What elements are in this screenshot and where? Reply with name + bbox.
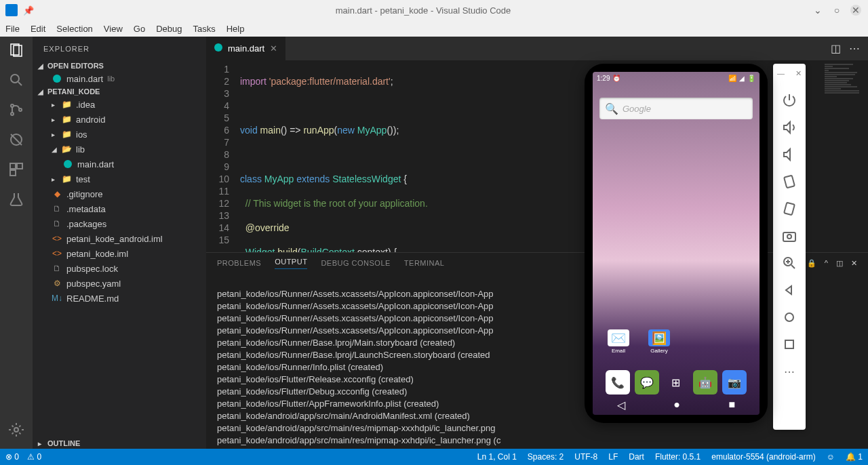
tree-file[interactable]: 🗋pubspec.lock: [33, 261, 206, 276]
tree-file[interactable]: ◆.gitignore: [33, 186, 206, 201]
phone-screen[interactable]: 1:29 ⏰ 📶 ◢ 🔋 🔍 Google ✉️Email 🖼️Gallery …: [593, 72, 760, 415]
svg-line-3: [18, 82, 22, 85]
phone-navbar: ◁ ● ■: [593, 397, 760, 412]
nav-back[interactable]: ◁: [617, 399, 625, 411]
menu-tasks[interactable]: Tasks: [193, 24, 215, 34]
dock-messages[interactable]: 💬: [635, 370, 659, 395]
phone-time: 1:29: [597, 75, 610, 82]
status-encoding[interactable]: UTF-8: [574, 452, 597, 462]
tree-folder[interactable]: ▸📁test: [33, 171, 206, 186]
menu-edit[interactable]: Edit: [31, 24, 45, 34]
status-notifications[interactable]: 🔔 1: [846, 452, 863, 462]
tree-file[interactable]: <>petani_kode_android.iml: [33, 231, 206, 246]
emu-rotate-left-icon[interactable]: [781, 174, 797, 190]
tree-folder[interactable]: ▸📁.idea: [33, 97, 206, 112]
search-icon[interactable]: [8, 72, 24, 88]
app-icon: [5, 4, 18, 16]
dock-camera[interactable]: 📷: [722, 370, 747, 395]
menu-view[interactable]: View: [104, 24, 123, 34]
open-editor-item[interactable]: main.dart lib: [33, 71, 206, 86]
window-minimize-button[interactable]: ⌄: [812, 5, 823, 16]
tree-file[interactable]: ⚙pubspec.yaml: [33, 276, 206, 291]
emu-home-icon[interactable]: [781, 309, 797, 325]
status-device[interactable]: emulator-5554 (android-arm): [711, 452, 815, 462]
emu-power-icon[interactable]: [781, 92, 797, 108]
tree-file[interactable]: M↓README.md: [33, 291, 206, 306]
app-gallery[interactable]: 🖼️Gallery: [647, 329, 671, 354]
window-maximize-button[interactable]: ○: [831, 5, 842, 16]
project-section[interactable]: ◢PETANI_KODE: [33, 86, 206, 97]
source-control-icon[interactable]: [8, 102, 24, 118]
menu-debug[interactable]: Debug: [156, 24, 182, 34]
emu-more-icon[interactable]: ⋯: [781, 363, 797, 380]
window-close-button[interactable]: ✕: [850, 5, 861, 16]
google-search-widget[interactable]: 🔍 Google: [599, 98, 753, 119]
nav-recent[interactable]: ■: [729, 399, 736, 411]
extensions-icon[interactable]: [8, 161, 24, 178]
folder-icon: 📁: [61, 174, 72, 184]
panel-tab-output[interactable]: OUTPUT: [275, 258, 307, 269]
emu-screenshot-icon[interactable]: [781, 228, 797, 244]
tree-file[interactable]: <>petani_kode.iml: [33, 246, 206, 261]
svg-rect-10: [17, 163, 22, 169]
tree-folder[interactable]: ▸📁android: [33, 112, 206, 127]
menu-help[interactable]: Help: [226, 24, 245, 34]
dock-browser[interactable]: 🤖: [693, 370, 717, 395]
panel-split-icon[interactable]: ◫: [836, 259, 843, 268]
panel-tab-debug[interactable]: DEBUG CONSOLE: [321, 259, 390, 267]
emu-back-icon[interactable]: [781, 282, 797, 298]
tree-folder-lib[interactable]: ◢📂lib: [33, 142, 206, 157]
emu-rotate-right-icon[interactable]: [781, 201, 797, 217]
emu-minimize[interactable]: —: [777, 69, 785, 79]
folder-icon: 📁: [61, 99, 72, 110]
status-errors[interactable]: ⊗ 0: [5, 452, 19, 462]
status-spaces[interactable]: Spaces: 2: [528, 452, 564, 462]
split-editor-icon[interactable]: ◫: [831, 42, 841, 55]
dock-apps[interactable]: ⊞: [664, 370, 688, 395]
activity-bar: [0, 37, 33, 449]
svg-rect-22: [785, 340, 793, 348]
emu-close[interactable]: ✕: [795, 69, 802, 79]
nav-home[interactable]: ●: [673, 399, 680, 411]
panel-maximize-icon[interactable]: ^: [825, 259, 828, 268]
menu-go[interactable]: Go: [134, 24, 145, 34]
tree-file-main-dart[interactable]: main.dart: [33, 157, 206, 171]
close-tab-button[interactable]: ✕: [270, 43, 277, 54]
pin-icon[interactable]: 📌: [23, 5, 34, 16]
status-flutter[interactable]: Flutter: 0.5.1: [655, 452, 701, 462]
svg-rect-14: [784, 203, 795, 216]
status-eol[interactable]: LF: [608, 452, 618, 462]
emu-overview-icon[interactable]: [781, 336, 797, 352]
status-cursor-position[interactable]: Ln 1, Col 1: [477, 452, 517, 462]
dock-phone[interactable]: 📞: [606, 370, 630, 395]
panel-tab-problems[interactable]: PROBLEMS: [217, 259, 261, 267]
tree-file[interactable]: 🗋.metadata: [33, 201, 206, 216]
app-email[interactable]: ✉️Email: [606, 329, 631, 354]
menu-file[interactable]: File: [5, 24, 20, 34]
svg-point-6: [19, 108, 22, 111]
status-warnings[interactable]: ⚠ 0: [27, 452, 41, 462]
emu-volume-up-icon[interactable]: [781, 119, 797, 136]
menu-selection[interactable]: Selection: [56, 24, 92, 34]
settings-icon[interactable]: [8, 422, 24, 438]
status-feedback-icon[interactable]: ☺: [827, 452, 835, 462]
tree-file[interactable]: 🗋.packages: [33, 216, 206, 231]
tree-folder[interactable]: ▸📁ios: [33, 127, 206, 142]
tab-main-dart[interactable]: main.dart ✕: [206, 37, 285, 60]
file-icon: 🗋: [52, 203, 62, 214]
emu-volume-down-icon[interactable]: [781, 146, 797, 163]
emu-zoom-icon[interactable]: [781, 255, 797, 271]
debug-icon[interactable]: [8, 132, 24, 148]
svg-rect-13: [784, 176, 795, 188]
more-actions-icon[interactable]: ⋯: [849, 42, 860, 55]
test-icon[interactable]: [8, 191, 24, 207]
status-language[interactable]: Dart: [629, 452, 644, 462]
window-title: main.dart - petani_kode - Visual Studio …: [34, 5, 812, 16]
outline-section[interactable]: ▸OUTLINE: [33, 438, 206, 449]
svg-point-5: [11, 113, 14, 115]
panel-tab-terminal[interactable]: TERMINAL: [404, 259, 445, 267]
panel-close-icon[interactable]: ✕: [851, 259, 857, 268]
open-editors-section[interactable]: ◢OPEN EDITORS: [33, 60, 206, 71]
explorer-icon[interactable]: [8, 42, 24, 58]
android-emulator: 1:29 ⏰ 📶 ◢ 🔋 🔍 Google ✉️Email 🖼️Gallery …: [585, 64, 812, 430]
